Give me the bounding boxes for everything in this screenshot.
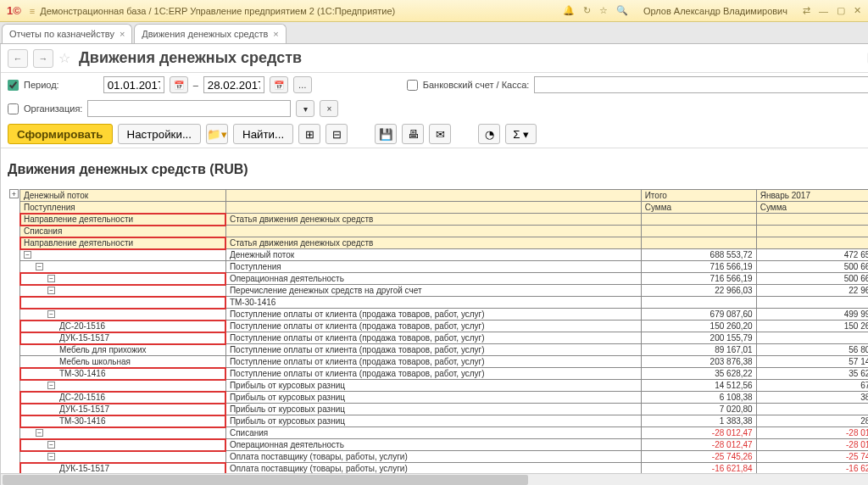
history-icon[interactable]: ↻ [583, 5, 591, 16]
print-button[interactable]: 🖶 [402, 124, 424, 144]
row-header: Направление деятельности [20, 237, 226, 249]
cell-value: -25 745,26 [641, 451, 756, 463]
table-row[interactable]: −Оплата поставщику (товары, работы, услу… [20, 451, 869, 463]
forward-button[interactable]: → [33, 49, 53, 68]
filter-row-2: Организация: ▾ × [1, 97, 868, 120]
settings-icon[interactable]: ⇄ [803, 5, 810, 16]
org-clear-button[interactable]: × [320, 100, 338, 117]
table-row[interactable]: −Поступления716 566,19500 665,10215 901,… [20, 261, 869, 273]
table-row[interactable]: ТМ-30-1416Прибыль от курсовых разниц1 38… [20, 415, 869, 427]
cell-value: 14 512,56 [641, 380, 756, 392]
tab-cashflow[interactable]: Движения денежных средств × [134, 24, 286, 43]
cell-label: ДС-20-1516 [59, 393, 105, 402]
collapse-button[interactable]: ⊟ [326, 124, 348, 144]
close-icon[interactable]: ✕ [854, 5, 861, 16]
table-row[interactable]: ДУК-15-1517Поступление оплаты от клиента… [20, 332, 869, 344]
user-name[interactable]: Орлов Александр Владимирович [643, 6, 787, 16]
cell-text: Денежный поток [225, 249, 641, 261]
org-input[interactable] [87, 100, 291, 117]
cell-label: ДУК-15-1517 [59, 333, 109, 343]
sum-button[interactable]: Σ ▾ [505, 124, 537, 144]
table-row[interactable]: −Операционная деятельность-28 012,47-28 … [20, 439, 869, 451]
calendar-icon[interactable]: 📅 [270, 76, 288, 93]
cell-label: ТМ-30-1416 [59, 416, 105, 426]
table-row[interactable]: −Прибыль от курсовых разниц14 512,56670,… [20, 380, 869, 392]
table-row[interactable]: ТМ-30-1416 [20, 297, 869, 309]
bell-icon[interactable]: 🔔 [563, 5, 575, 16]
cell-value: 716 566,19 [641, 273, 756, 285]
table-row[interactable]: ДУК-15-1517Прибыль от курсовых разниц7 0… [20, 404, 869, 415]
cell-text: Прибыль от курсовых разниц [225, 380, 641, 392]
table-row[interactable]: ДУК-15-1517Оплата поставщику (товары, ра… [20, 463, 869, 474]
menu-icon[interactable]: ≡ [30, 6, 35, 16]
org-checkbox[interactable] [8, 103, 19, 114]
app-title: Демонстрационная база / 1С:ERP Управлени… [40, 6, 563, 16]
search-icon[interactable]: 🔍 [616, 5, 628, 16]
table-row[interactable]: ТМ-30-1416Поступление оплаты от клиента … [20, 368, 869, 380]
expander-icon[interactable]: − [47, 382, 55, 389]
expander-icon[interactable]: − [47, 453, 55, 460]
favorite-icon[interactable]: ☆ [58, 50, 70, 66]
expander-icon[interactable]: − [47, 441, 55, 449]
table-row[interactable]: −Перечисление денежных средств на другой… [20, 285, 869, 297]
cell-text: ТМ-30-1416 [225, 297, 641, 309]
scroll-thumb[interactable] [3, 475, 528, 485]
expander-icon[interactable]: − [36, 429, 43, 437]
cell-value [756, 332, 868, 344]
generate-button[interactable]: Сформировать [8, 124, 113, 144]
expand-button[interactable]: ⊞ [298, 124, 320, 144]
cell-value: 679 087,60 [641, 309, 756, 321]
table-row[interactable]: −Поступление оплаты от клиента (продажа … [20, 309, 869, 321]
calendar-icon[interactable]: 📅 [170, 76, 188, 93]
expander-icon[interactable]: − [47, 275, 55, 282]
minimize-icon[interactable]: — [819, 6, 828, 16]
row-header: Статья движения денежных средств [225, 237, 641, 249]
find-button[interactable]: Найти... [233, 124, 293, 144]
action-toolbar: Сформировать Настройки... 📁▾ Найти... ⊞ … [1, 120, 868, 148]
table-row[interactable]: Мебель для прихожихПоступление оплаты от… [20, 344, 869, 356]
period-checkbox[interactable] [8, 80, 19, 91]
table-row[interactable]: −Денежный поток688 553,72472 652,63215 9… [20, 249, 869, 261]
cell-value: -28 012,47 [641, 439, 756, 451]
mail-button[interactable]: ✉ [429, 124, 451, 144]
cell-value: 35 628,22 [641, 368, 756, 380]
bank-checkbox[interactable] [407, 80, 418, 91]
table-row[interactable]: −Списания-28 012,47-28 012,47 [20, 427, 869, 439]
maximize-icon[interactable]: ▢ [837, 5, 845, 16]
bank-label: Банковский счет / Касса: [423, 80, 530, 90]
cell-value: 280,52 [756, 415, 868, 427]
save-report-button[interactable]: 💾 [375, 124, 397, 144]
date-from-input[interactable] [103, 76, 164, 93]
table-row[interactable]: −Операционная деятельность716 566,19500 … [20, 273, 869, 285]
expander-icon[interactable]: − [24, 251, 31, 259]
save-icon[interactable]: 💾 [864, 49, 868, 68]
group-handle[interactable]: + [9, 189, 19, 198]
cell-value: 150 260,20 [756, 321, 868, 332]
date-to-input[interactable] [203, 76, 264, 93]
page-toolbar: ← → ☆ Движения денежных средств 💾 🖶 ⇪ ↗ … [1, 44, 868, 73]
report-viewport[interactable]: Движения денежных средств (RUB) + Денежн… [1, 148, 868, 473]
period-picker-button[interactable]: … [293, 76, 312, 93]
close-icon[interactable]: × [120, 25, 125, 44]
cell-value [641, 297, 756, 309]
horizontal-scrollbar[interactable] [1, 473, 868, 485]
back-button[interactable]: ← [8, 49, 28, 68]
table-row[interactable]: ДС-20-1516Поступление оплаты от клиента … [20, 321, 869, 332]
table-row[interactable]: Мебель школьнаяПоступление оплаты от кли… [20, 356, 869, 368]
cell-value: 89 167,01 [641, 344, 756, 356]
settings-button[interactable]: Настройки... [118, 124, 201, 144]
cell-value: 57 144,97 [756, 356, 868, 368]
cell-text: Оплата поставщику (товары, работы, услуг… [225, 463, 641, 474]
expander-icon[interactable]: − [47, 287, 55, 294]
variants-button[interactable]: 📁▾ [206, 124, 228, 144]
expander-icon[interactable]: − [47, 310, 55, 318]
expander-icon[interactable]: − [36, 263, 43, 270]
org-dropdown-button[interactable]: ▾ [296, 100, 314, 117]
cell-value: 389,61 [756, 392, 868, 404]
bank-input[interactable] [534, 76, 868, 93]
star-icon[interactable]: ☆ [599, 5, 608, 16]
close-icon[interactable]: × [273, 25, 278, 44]
table-row[interactable]: ДС-20-1516Прибыль от курсовых разниц6 10… [20, 392, 869, 404]
tab-reports[interactable]: Отчеты по казначейству × [2, 24, 132, 43]
diagram-button[interactable]: ◔ [478, 124, 500, 144]
